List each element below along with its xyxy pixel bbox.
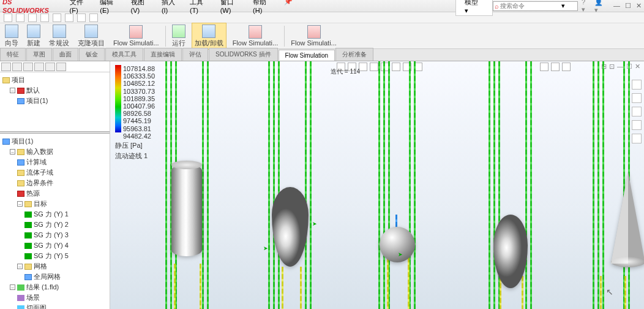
search-input[interactable] (500, 2, 561, 9)
model-dropdown[interactable]: 模型 ▾ (455, 0, 493, 16)
tree-root-project[interactable]: 项目 (1, 75, 108, 85)
side-tab-4[interactable] (34, 63, 44, 71)
tree-goal-5[interactable]: SG 力 (Y) 5 (1, 251, 108, 261)
tree-input-data[interactable]: –输入数据 (1, 147, 108, 157)
menu-window[interactable]: 窗口(W) (217, 0, 248, 15)
vp-side-5[interactable] (632, 134, 642, 143)
menu-help[interactable]: 帮助(H) (249, 0, 279, 15)
minimize-button[interactable]: — (613, 2, 620, 10)
streamline (174, 264, 176, 309)
streamline (310, 61, 312, 309)
legend-values: 107814.88106333.50104852.12103370.731018… (123, 65, 155, 140)
menu-edit[interactable]: 编辑(E) (96, 0, 125, 15)
flow-arrow-icon: ➤ (312, 221, 317, 227)
tab-features[interactable]: 特征 (0, 48, 26, 61)
collapse-icon[interactable]: – (17, 264, 23, 269)
tree-proj-root[interactable]: 项目(1) (1, 136, 108, 147)
vp-side-2[interactable] (632, 93, 642, 103)
tree-project1[interactable]: 项目(1) (1, 96, 108, 106)
ribbon-clone[interactable]: 克隆项目 (75, 23, 107, 49)
window-controls: — ☐ ✕ (613, 2, 642, 10)
vp-x[interactable]: ✕ (635, 63, 640, 71)
tab-evaluate[interactable]: 评估 (182, 48, 208, 61)
side-panel: 项目 –默认 项目(1) 项目(1) –输入数据 计算域 流体子域 边界条件 热… (0, 61, 110, 309)
qat-open-icon[interactable] (16, 13, 24, 22)
tree-goal-4[interactable]: SG 力 (Y) 4 (1, 240, 108, 251)
help-icon[interactable]: ? ▾ (582, 0, 591, 13)
vp-side-3[interactable] (632, 107, 642, 116)
streamline (602, 61, 604, 309)
menu-pin-icon[interactable]: 📌 (280, 0, 296, 15)
tree-goal-3[interactable]: SG 力 (Y) 3 (1, 230, 108, 240)
qat-undo-icon[interactable] (53, 13, 61, 22)
qat-print-icon[interactable] (40, 13, 49, 22)
tab-flowsim[interactable]: Flow Simulation (279, 50, 335, 61)
tree-scene[interactable]: 场景 (1, 292, 108, 303)
tree-comp-domain[interactable]: 计算域 (1, 157, 108, 167)
qat-save-icon[interactable] (28, 13, 37, 22)
search-dropdown-icon[interactable]: ▾ (561, 2, 565, 10)
tree-fluid-sub[interactable]: 流体子域 (1, 167, 108, 178)
streamline (525, 61, 527, 309)
collapse-icon[interactable]: – (10, 284, 15, 290)
tree-cutplot[interactable]: 切面图 (1, 303, 108, 309)
ribbon-general[interactable]: 常规设 (47, 23, 72, 49)
tree-global-mesh[interactable]: 全局网格 (1, 272, 108, 282)
maximize-button[interactable]: ☐ (625, 2, 631, 10)
ribbon-new[interactable]: 新建 (24, 23, 43, 49)
side-tab-3[interactable] (23, 63, 33, 71)
ribbon-flowsim-2[interactable]: Flow Simulati... (230, 24, 281, 48)
vp-max[interactable]: ⊡ (609, 63, 615, 71)
collapse-icon[interactable]: – (10, 88, 15, 93)
qat-redo-icon[interactable] (65, 13, 73, 22)
qat-options-icon[interactable] (89, 13, 98, 22)
side-tab-5[interactable] (45, 63, 55, 71)
user-icon[interactable]: 👤 ▾ (594, 0, 608, 14)
flag-icon (24, 212, 32, 218)
tree-default[interactable]: –默认 (1, 85, 108, 96)
vp-side-1[interactable] (632, 80, 642, 90)
vp-side-4[interactable] (632, 120, 642, 130)
search-box[interactable]: ⌕ ▾ (493, 1, 578, 11)
menu-insert[interactable]: 插入(I) (158, 0, 185, 15)
side-tab-1[interactable] (1, 63, 11, 71)
tree-boundary[interactable]: 边界条件 (1, 178, 108, 188)
vp-display-icon[interactable] (392, 63, 400, 71)
tree-goal-1[interactable]: SG 力 (Y) 1 (1, 209, 108, 219)
tree-heat[interactable]: 热源 (1, 188, 108, 199)
tab-directedit[interactable]: 直接编辑 (144, 48, 182, 61)
ribbon-run[interactable]: 运行 (170, 23, 188, 49)
tab-sheetmetal[interactable]: 钣金 (79, 48, 105, 61)
ribbon-flowsim-3[interactable]: Flow Simulati... (288, 24, 339, 48)
close-button[interactable]: ✕ (636, 2, 642, 10)
ribbon-load[interactable]: 加载/卸载 (192, 23, 227, 50)
vp-fit-icon[interactable] (370, 63, 378, 71)
tab-mold[interactable]: 模具工具 (105, 48, 143, 61)
tree-goals[interactable]: –目标 (1, 199, 108, 209)
search-icon: ⌕ (495, 2, 499, 10)
menu-view[interactable]: 视图(V) (127, 0, 157, 15)
vp-probe-icon[interactable] (551, 63, 560, 71)
side-tab-6[interactable] (56, 63, 66, 71)
tab-sketch[interactable]: 草图 (26, 48, 52, 61)
tree-goal-2[interactable]: SG 力 (Y) 2 (1, 219, 108, 230)
tab-surface[interactable]: 曲面 (53, 48, 78, 61)
qat-rebuild-icon[interactable] (77, 13, 86, 22)
viewport[interactable]: ⊟⊡—☐✕ 迭代 = 114 107814.88106333.50104852.… (110, 61, 644, 309)
ribbon-flowsim-1[interactable]: Flow Simulati... (111, 24, 162, 48)
tab-analysis-prep[interactable]: 分析准备 (335, 48, 373, 61)
vp-scene-icon[interactable] (540, 63, 549, 71)
qat-new-icon[interactable] (4, 13, 12, 22)
ribbon-wizard[interactable]: 向导 (2, 23, 21, 49)
folder-icon (2, 77, 10, 83)
collapse-icon[interactable]: – (17, 201, 23, 207)
tree-mesh[interactable]: –网格 (1, 261, 108, 272)
menu-tools[interactable]: 工具(T) (186, 0, 215, 15)
tab-addins[interactable]: SOLIDWORKS 插件 (209, 48, 278, 61)
body-sphere (380, 227, 415, 262)
tree-results[interactable]: –结果 (1.fld) (1, 282, 108, 292)
vp-rotate-icon[interactable] (359, 63, 367, 71)
side-tab-2[interactable] (12, 63, 22, 71)
vp-misc-icon[interactable] (562, 63, 571, 71)
collapse-icon[interactable]: – (10, 149, 15, 154)
